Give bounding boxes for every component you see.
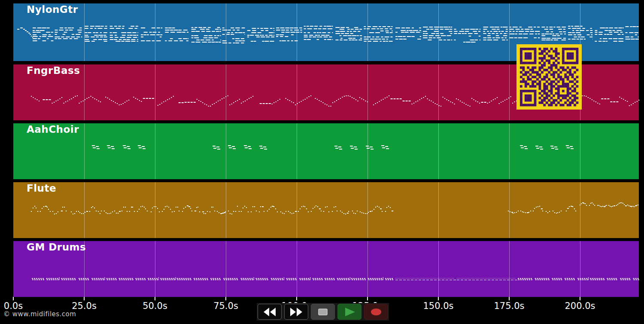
- axis-tick: [13, 297, 14, 300]
- axis-tick: [438, 297, 439, 300]
- axis-tick: [296, 297, 297, 300]
- axis-tick: [84, 297, 85, 300]
- axis-tick: [367, 297, 368, 300]
- stop-button[interactable]: [311, 304, 335, 320]
- axis-label: 175.0s: [494, 301, 524, 311]
- axis-label: 200.0s: [565, 301, 595, 311]
- axis-label: 75.0s: [213, 301, 238, 311]
- axis-tick: [509, 297, 510, 300]
- midi-track-visualizer: NylonGtr FngrBass AahChoir Flute GM Drum…: [0, 0, 644, 324]
- axis-label: 50.0s: [143, 301, 167, 311]
- play-icon: [340, 306, 359, 318]
- rewind-icon: [260, 306, 279, 318]
- track-row-aahchoir: AahChoir: [13, 123, 639, 179]
- axis-label: 150.0s: [423, 301, 453, 311]
- track-title-flute: Flute: [27, 183, 56, 194]
- fast-forward-icon: [287, 306, 306, 318]
- track-row-flute: Flute: [13, 182, 639, 238]
- record-icon: [367, 306, 386, 318]
- axis-tick: [580, 297, 580, 300]
- track-title-nylongtr: NylonGtr: [27, 4, 78, 15]
- track-title-fngrbass: FngrBass: [27, 65, 80, 76]
- play-button[interactable]: [337, 304, 361, 320]
- transport-controls: [257, 303, 389, 321]
- axis-tick: [225, 297, 226, 300]
- record-button[interactable]: [364, 304, 388, 320]
- rewind-button[interactable]: [258, 304, 282, 320]
- axis-label: 25.0s: [72, 301, 97, 311]
- axis-tick: [155, 297, 155, 300]
- track-title-aahchoir: AahChoir: [27, 124, 79, 135]
- fast-forward-button[interactable]: [284, 304, 308, 320]
- stop-icon: [313, 306, 332, 318]
- qr-code: [516, 44, 582, 110]
- track-row-gmdrums: GM Drums: [13, 241, 639, 297]
- axis-label: 0.0s: [4, 301, 23, 311]
- copyright-text: © www.midifiles.com: [3, 310, 76, 318]
- track-title-gmdrums: GM Drums: [27, 241, 86, 253]
